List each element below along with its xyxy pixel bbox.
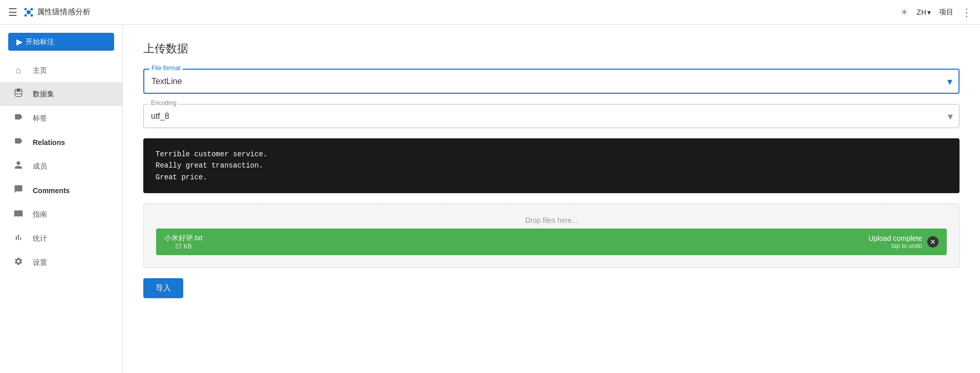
topbar: ☰ 属性级情感分析 ☀ ZH ▾ 项目 ⋮ xyxy=(0,0,980,25)
sidebar: ▶ 开始标注 ⌂ 主页 数据集 标签 xyxy=(0,25,123,373)
sidebar-item-settings[interactable]: 设置 xyxy=(0,251,122,275)
members-icon xyxy=(12,160,25,172)
sidebar-nav: ⌂ 主页 数据集 标签 Relations xyxy=(0,59,122,275)
sidebar-label-labels: 标签 xyxy=(33,114,47,123)
sidebar-label-home: 主页 xyxy=(33,66,47,75)
sidebar-item-stats[interactable]: 统计 xyxy=(0,226,122,251)
svg-point-1 xyxy=(25,8,27,10)
start-button-label: 开始标注 xyxy=(26,37,54,47)
app-title: 属性级情感分析 xyxy=(37,7,91,17)
upload-size: 27 KB xyxy=(164,243,203,250)
menu-icon[interactable]: ☰ xyxy=(8,6,17,18)
sidebar-label-stats: 统计 xyxy=(33,234,47,243)
sidebar-item-relations[interactable]: Relations xyxy=(0,130,122,154)
sidebar-label-guide: 指南 xyxy=(33,210,47,219)
app-logo: 属性级情感分析 xyxy=(24,7,91,17)
svg-point-3 xyxy=(25,14,27,16)
lang-arrow-icon: ▾ xyxy=(927,8,931,16)
language-selector[interactable]: ZH ▾ xyxy=(917,8,931,16)
upload-bar: 小米好评.txt 27 KB Upload complete tap to un… xyxy=(156,229,947,255)
upload-status-sub: tap to undo xyxy=(868,242,922,250)
import-button[interactable]: 导入 xyxy=(143,278,183,298)
guide-icon xyxy=(12,209,25,220)
labels-icon xyxy=(12,112,25,124)
sidebar-item-members[interactable]: 成员 xyxy=(0,154,122,178)
dataset-icon xyxy=(12,88,25,100)
settings-icon xyxy=(12,257,25,268)
layout: ▶ 开始标注 ⌂ 主页 数据集 标签 xyxy=(0,25,980,373)
svg-point-2 xyxy=(31,8,33,10)
code-line-3: Great price. xyxy=(156,172,947,183)
start-annotation-button[interactable]: ▶ 开始标注 xyxy=(8,33,114,51)
comments-icon xyxy=(12,184,25,196)
svg-point-4 xyxy=(31,14,33,16)
code-preview: Terrible customer service. Really great … xyxy=(143,138,960,193)
drop-zone-text: Drop files here... xyxy=(525,216,578,224)
file-format-label: File format xyxy=(149,65,183,72)
sidebar-label-dataset: 数据集 xyxy=(33,90,54,99)
sidebar-item-home[interactable]: ⌂ 主页 xyxy=(0,59,122,82)
play-icon: ▶ xyxy=(16,37,23,47)
stats-icon xyxy=(12,233,25,244)
file-format-select[interactable]: TextLine xyxy=(144,70,959,93)
svg-point-0 xyxy=(27,10,31,14)
file-format-field: File format TextLine ▾ xyxy=(143,69,960,94)
home-icon: ⌂ xyxy=(12,65,25,76)
sidebar-label-settings: 设置 xyxy=(33,258,47,267)
sidebar-label-comments: Comments xyxy=(33,186,70,195)
sidebar-item-dataset[interactable]: 数据集 xyxy=(0,82,122,106)
upload-filename: 小米好评.txt xyxy=(164,234,203,243)
upload-close-button[interactable]: ✕ xyxy=(927,236,939,247)
sidebar-item-labels[interactable]: 标签 xyxy=(0,106,122,130)
encoding-label: Encoding xyxy=(149,99,179,107)
code-line-1: Terrible customer service. xyxy=(156,149,947,160)
page-title: 上传数据 xyxy=(143,41,960,56)
more-options-icon[interactable]: ⋮ xyxy=(962,6,972,18)
drop-zone[interactable]: Drop files here... 小米好评.txt 27 KB Upload… xyxy=(143,203,960,268)
sidebar-item-guide[interactable]: 指南 xyxy=(0,202,122,226)
relations-icon xyxy=(12,136,25,148)
encoding-field: Encoding utf_8 ▾ xyxy=(143,104,960,128)
main-content: 上传数据 File format TextLine ▾ Encoding utf… xyxy=(123,25,980,373)
sidebar-label-members: 成员 xyxy=(33,162,47,171)
code-line-2: Really great transaction. xyxy=(156,160,947,171)
upload-bar-right: Upload complete tap to undo ✕ xyxy=(868,234,939,250)
encoding-select[interactable]: utf_8 xyxy=(144,105,959,128)
logo-icon xyxy=(24,7,34,17)
lang-label: ZH xyxy=(917,8,926,16)
sidebar-label-relations: Relations xyxy=(33,138,65,147)
project-button[interactable]: 项目 xyxy=(939,8,953,17)
theme-toggle-icon[interactable]: ☀ xyxy=(900,7,908,18)
upload-status-main: Upload complete xyxy=(868,234,922,242)
upload-bar-left: 小米好评.txt 27 KB xyxy=(164,234,203,250)
upload-status: Upload complete tap to undo xyxy=(868,234,922,250)
sidebar-item-comments[interactable]: Comments xyxy=(0,178,122,202)
